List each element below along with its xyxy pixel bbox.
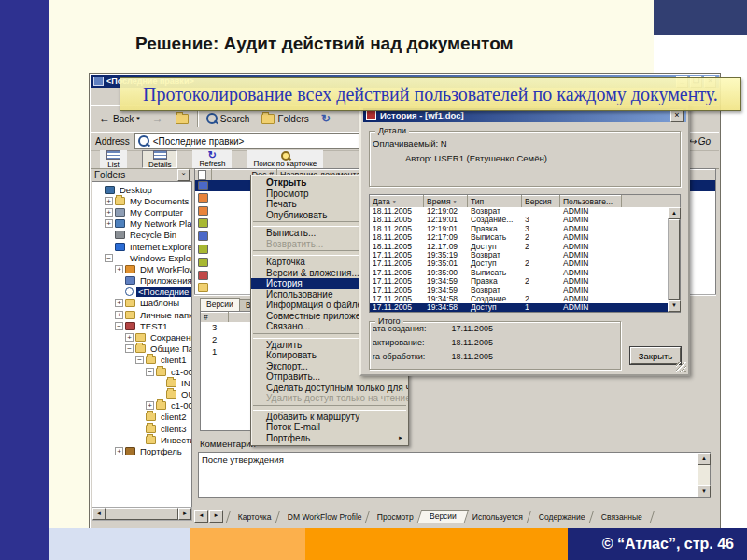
scrollbar-thumb[interactable]	[669, 219, 680, 300]
tree-item[interactable]: − TEST1	[92, 320, 191, 331]
scroll-down-icon[interactable]: ▼	[698, 485, 711, 497]
tree-expander[interactable]: +	[115, 311, 123, 319]
history-table-row[interactable]: 18.11.2005 12:19:01 Правка 3 ADMIN	[370, 225, 669, 233]
history-table-row[interactable]: 17.11.2005 19:35:01 Доступ 2 ADMIN	[370, 259, 669, 268]
scroll-down-icon[interactable]: ▼	[668, 300, 681, 312]
comment-box[interactable]: После утверждения ▲ ▼	[198, 452, 711, 498]
view-toolbar-button[interactable]: Поиск по карточке	[247, 150, 323, 168]
tree-item[interactable]: IN	[92, 377, 191, 388]
tree-expander[interactable]: −	[146, 368, 154, 376]
tree-item[interactable]: + My Documents	[92, 195, 191, 206]
history-table-row[interactable]: 17.11.2005 19:34:59 Правка 2 ADMIN	[370, 277, 669, 286]
history-table-row[interactable]: 18.11.2005 12:17:09 Выписать 2 ADMIN	[370, 233, 669, 242]
tree-expander[interactable]: +	[105, 219, 113, 228]
history-table-row[interactable]: 17.11.2005 19:34:59 Возврат ADMIN	[370, 287, 669, 295]
back-button[interactable]: ← Back ▾	[95, 110, 144, 127]
context-menu-item[interactable]: Добавить к маршруту	[251, 412, 408, 423]
scroll-right-icon[interactable]: ►	[178, 508, 191, 520]
context-menu-item[interactable]: Портфель	[251, 433, 408, 444]
tree-item[interactable]: + Сохраненные з	[92, 331, 191, 343]
tree-item[interactable]: + Личные папки	[92, 309, 191, 320]
context-menu-item[interactable]: Сделать доступным только для чтения	[251, 383, 408, 394]
scrollbar-thumb[interactable]	[106, 508, 178, 520]
history-table-row[interactable]: 17.11.2005 19:34:58 Создание... 2 ADMIN	[370, 295, 669, 303]
tree-expander[interactable]: +	[125, 333, 134, 342]
history-column-header[interactable]: Дата	[370, 195, 424, 207]
history-column-header[interactable]: Пользовате...	[560, 195, 622, 207]
close-dialog-button[interactable]: Закрыть	[630, 347, 681, 364]
scroll-up-icon[interactable]: ▲	[698, 453, 711, 465]
tree-item[interactable]: + c1-002	[92, 400, 191, 412]
bottom-tab[interactable]: Содержание	[527, 511, 598, 523]
history-version	[522, 207, 560, 216]
history-table-scrollbar[interactable]: ▲ ▼	[668, 207, 680, 312]
tree-item[interactable]: + Портфель	[92, 445, 191, 456]
tree-item-icon	[125, 299, 135, 307]
tree-item[interactable]: Desktop	[92, 184, 191, 195]
context-menu-item[interactable]	[253, 405, 406, 411]
tree-item[interactable]: + My Computer	[92, 206, 191, 217]
tree-expander[interactable]: −	[105, 254, 113, 262]
view-toolbar-button[interactable]: List	[100, 150, 127, 168]
tabs-scroll-right-icon[interactable]: ►	[209, 510, 223, 523]
folders-close-icon[interactable]: ×	[177, 169, 190, 181]
tree-item[interactable]: client2	[92, 412, 191, 423]
tree-expander[interactable]: −	[115, 322, 123, 330]
forward-button[interactable]: →	[148, 110, 167, 127]
tabs-scroll-left-icon[interactable]: ◄	[194, 510, 208, 523]
tree-item[interactable]: − c1-001	[92, 366, 191, 377]
tree-item[interactable]: Internet Explorer	[92, 241, 191, 252]
history-table-row[interactable]: 18.11.2005 12:19:01 Создание... 3 ADMIN	[370, 216, 669, 224]
resize-grip[interactable]	[676, 362, 686, 372]
file-type-column-header[interactable]	[195, 169, 212, 180]
version-number-column-header[interactable]: #	[201, 312, 229, 322]
tree-expander[interactable]: +	[105, 197, 113, 205]
view-toolbar-button[interactable]: Details	[142, 150, 177, 168]
up-button[interactable]	[172, 112, 192, 126]
bottom-tab[interactable]: Версии	[417, 510, 469, 523]
tree-item[interactable]: − Общие Папки	[92, 343, 191, 355]
history-column-header[interactable]: Тип	[468, 195, 522, 207]
tree-item[interactable]: − client1	[92, 355, 191, 366]
versions-tab[interactable]: Версии	[200, 298, 240, 311]
scroll-left-icon[interactable]: ◄	[92, 508, 106, 520]
history-toolbar-button[interactable]: ↻	[317, 110, 334, 127]
search-button[interactable]: Search	[203, 111, 254, 126]
tree-expander[interactable]: +	[105, 208, 113, 217]
tree-item[interactable]: + DM WorkFlow	[92, 263, 191, 274]
back-dropdown-icon[interactable]: ▾	[136, 115, 140, 122]
tree-item[interactable]: Инвестиции	[92, 434, 191, 445]
tree-item[interactable]: Recycle Bin	[92, 230, 191, 241]
tree-item[interactable]: + Шаблоны	[92, 298, 191, 309]
tree-expander[interactable]: +	[115, 299, 123, 307]
tree-item[interactable]: <Последние правки>	[92, 287, 191, 298]
tree-item[interactable]: OUT	[92, 388, 191, 399]
history-table-row[interactable]: 17.11.2005 19:35:19 Возврат ADMIN	[370, 251, 669, 259]
tree-expander[interactable]: +	[115, 265, 123, 273]
tree-item[interactable]: Приложения	[92, 275, 191, 287]
tree-item-label: c1-001	[169, 367, 192, 377]
tree-expander[interactable]: −	[125, 344, 134, 353]
bottom-tab[interactable]: Используется	[460, 511, 535, 523]
history-table-row[interactable]: 17.11.2005 19:35:00 Выписать ADMIN	[370, 269, 669, 277]
bottom-tab[interactable]: Связанные	[589, 511, 655, 523]
context-menu-item[interactable]: Удалить доступ только на чтение	[251, 393, 408, 404]
folders-horizontal-scrollbar[interactable]: ◄ ►	[92, 507, 192, 521]
history-table-row[interactable]: 18.11.2005 12:17:09 Доступ 2 ADMIN	[370, 243, 669, 251]
tree-item[interactable]: client3	[92, 423, 191, 434]
history-table-row[interactable]: 18.11.2005 12:19:02 Возврат ADMIN	[370, 207, 669, 216]
context-menu-item[interactable]: Поток E-mail	[251, 422, 408, 433]
history-column-header[interactable]: Время	[424, 195, 468, 207]
tree-item[interactable]: − Windows Explorer DM Ex	[92, 252, 191, 263]
view-toolbar-button[interactable]: Refresh	[192, 150, 232, 168]
folders-button[interactable]: Folders	[258, 112, 312, 126]
tree-expander[interactable]: −	[135, 356, 144, 364]
tree-expander[interactable]: +	[146, 401, 154, 410]
scroll-up-icon[interactable]: ▲	[668, 207, 681, 219]
history-column-header[interactable]: Версия	[522, 195, 560, 207]
history-table-row[interactable]: 17.11.2005 19:34:58 Доступ 1 ADMIN	[370, 303, 669, 312]
tree-item[interactable]: + My Network Places	[92, 218, 191, 230]
tree-expander[interactable]: +	[115, 447, 123, 455]
comment-scrollbar[interactable]: ▲ ▼	[698, 453, 710, 497]
bottom-tab[interactable]: DM WorkFlow Profile	[275, 511, 374, 523]
